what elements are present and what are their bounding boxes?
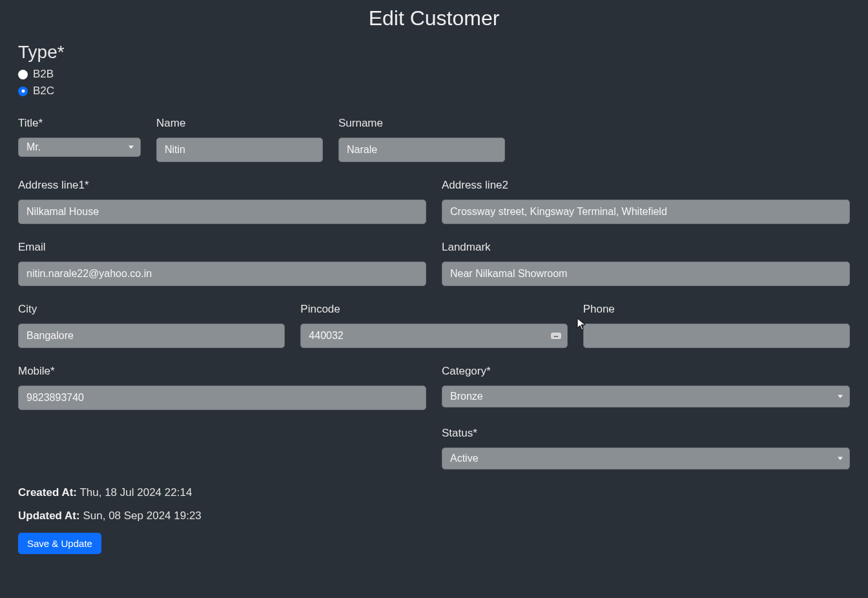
radio-icon-unchecked (18, 70, 28, 79)
status-group: Status* Active (442, 427, 850, 469)
updated-at-label: Updated At: (18, 510, 80, 522)
radio-b2c-label: B2C (33, 85, 54, 98)
address1-input[interactable] (18, 200, 426, 224)
surname-group: Surname (338, 117, 505, 162)
city-label: City (18, 303, 285, 316)
address1-group: Address line1* (18, 179, 426, 224)
type-radio-group: B2B B2C (18, 68, 850, 98)
phone-label: Phone (583, 303, 850, 316)
radio-b2c[interactable]: B2C (18, 85, 850, 98)
category-select-value: Bronze (450, 391, 483, 402)
address1-label: Address line1* (18, 179, 426, 192)
address2-input[interactable] (442, 200, 850, 224)
title-select[interactable]: Mr. (18, 138, 141, 157)
radio-b2b-label: B2B (33, 68, 54, 81)
radio-b2b[interactable]: B2B (18, 68, 850, 81)
category-select[interactable]: Bronze (442, 386, 850, 407)
phone-group: Phone (583, 303, 850, 348)
type-label: Type* (18, 42, 850, 63)
title-select-value: Mr. (26, 141, 41, 153)
email-input[interactable] (18, 262, 426, 286)
surname-field-label: Surname (338, 117, 505, 130)
email-group: Email (18, 241, 426, 286)
page-title: Edit Customer (18, 6, 850, 30)
mobile-label: Mobile* (18, 365, 426, 378)
email-label: Email (18, 241, 426, 254)
city-input[interactable] (18, 324, 285, 348)
pincode-group: Pincode ••• (300, 303, 567, 348)
phone-input[interactable] (583, 324, 850, 348)
radio-icon-checked (18, 87, 28, 96)
autofill-icon: ••• (551, 333, 561, 339)
created-at: Created At: Thu, 18 Jul 2024 22:14 (18, 486, 850, 499)
pincode-label: Pincode (300, 303, 567, 316)
name-group: Name (156, 117, 323, 162)
name-input[interactable] (156, 138, 323, 162)
title-group: Title* Mr. (18, 117, 141, 162)
category-group: Category* Bronze (442, 365, 850, 410)
landmark-group: Landmark (442, 241, 850, 286)
status-label: Status* (442, 427, 850, 440)
surname-input[interactable] (338, 138, 505, 162)
landmark-label: Landmark (442, 241, 850, 254)
landmark-input[interactable] (442, 262, 850, 286)
save-update-button[interactable]: Save & Update (18, 533, 101, 554)
updated-at: Updated At: Sun, 08 Sep 2024 19:23 (18, 510, 850, 522)
name-field-label: Name (156, 117, 323, 130)
chevron-down-icon (838, 395, 843, 398)
city-group: City (18, 303, 285, 348)
pincode-input[interactable] (300, 324, 567, 348)
status-select-value: Active (450, 453, 479, 464)
mobile-group: Mobile* (18, 365, 426, 410)
mobile-input[interactable] (18, 386, 426, 410)
address2-label: Address line2 (442, 179, 850, 192)
chevron-down-icon (838, 457, 843, 460)
address2-group: Address line2 (442, 179, 850, 224)
chevron-down-icon (129, 146, 134, 149)
status-select[interactable]: Active (442, 448, 850, 469)
created-at-label: Created At: (18, 486, 77, 499)
category-label: Category* (442, 365, 850, 378)
updated-at-value: Sun, 08 Sep 2024 19:23 (83, 510, 201, 522)
created-at-value: Thu, 18 Jul 2024 22:14 (79, 486, 192, 499)
title-field-label: Title* (18, 117, 141, 130)
